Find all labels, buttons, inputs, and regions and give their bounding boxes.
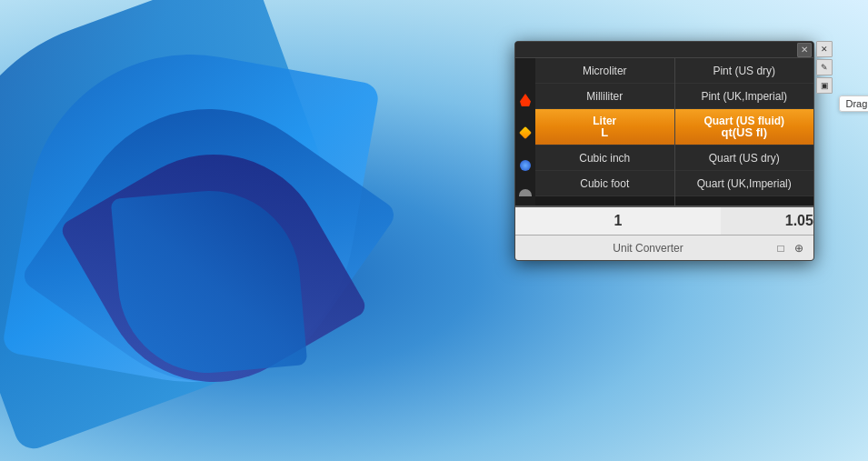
unit-pint-uk-imperial[interactable]: Pint (UK,Imperial) [675, 84, 814, 109]
side-toolbar: ✕ ✎ ▣ [816, 41, 833, 94]
quart-inner: Quart (US fluid) qt(US fl) [703, 109, 784, 145]
footer-icons: □ ⊕ [773, 241, 806, 256]
unit-quart-uk-imperial[interactable]: Quart (UK,Imperial) [675, 171, 814, 196]
drag-gadget-tooltip: Drag gadget [839, 95, 868, 112]
icon-liter [517, 115, 534, 151]
circle-icon [520, 160, 531, 171]
unit-microliter[interactable]: Microliter [535, 58, 674, 84]
cube-icon [519, 126, 532, 139]
side-calc-button[interactable]: ▣ [816, 77, 833, 94]
unit-cubic-foot[interactable]: Cubic foot [535, 171, 674, 196]
half-circle-icon [519, 189, 532, 196]
unit-quart-us-dry[interactable]: Quart (US dry) [675, 145, 814, 171]
icon-milliliter [517, 87, 534, 113]
footer: Unit Converter □ ⊕ [515, 235, 813, 260]
side-note-button[interactable]: ✎ [816, 59, 833, 75]
widget-wrapper: ✕ Mi [514, 41, 833, 261]
input-left-value[interactable] [515, 207, 721, 235]
icon-cubic-foot [517, 180, 534, 205]
unit-quart-us-fluid-selected[interactable]: Quart (US fluid) qt(US fl) [675, 109, 814, 145]
unit-liter-selected[interactable]: Liter L [535, 109, 674, 145]
input-right-value[interactable] [721, 207, 814, 235]
title-bar: ✕ [515, 42, 813, 58]
chat-icon[interactable]: □ [773, 241, 788, 256]
side-close-button[interactable]: ✕ [816, 41, 833, 57]
unit-milliliter[interactable]: Milliliter [535, 84, 674, 109]
left-unit-column: Microliter Milliliter Liter L Cubic inch… [535, 58, 674, 205]
unit-pint-us-dry[interactable]: Pint (US dry) [675, 58, 814, 84]
input-area [515, 205, 813, 235]
icon-microliter [517, 60, 534, 85]
icon-sidebar [515, 58, 535, 205]
footer-title: Unit Converter [523, 242, 773, 255]
drop-icon [520, 94, 531, 106]
icon-cubic-inch [517, 153, 534, 178]
close-button[interactable]: ✕ [797, 43, 812, 57]
right-unit-column: Pint (US dry) Pint (UK,Imperial) Quart (… [675, 58, 814, 205]
liter-inner: Liter L [593, 109, 616, 145]
unit-converter-widget: ✕ Mi [514, 41, 814, 261]
units-row: Microliter Milliliter Liter L Cubic inch… [515, 58, 813, 205]
add-icon[interactable]: ⊕ [792, 241, 806, 256]
unit-cubic-inch[interactable]: Cubic inch [535, 145, 674, 171]
